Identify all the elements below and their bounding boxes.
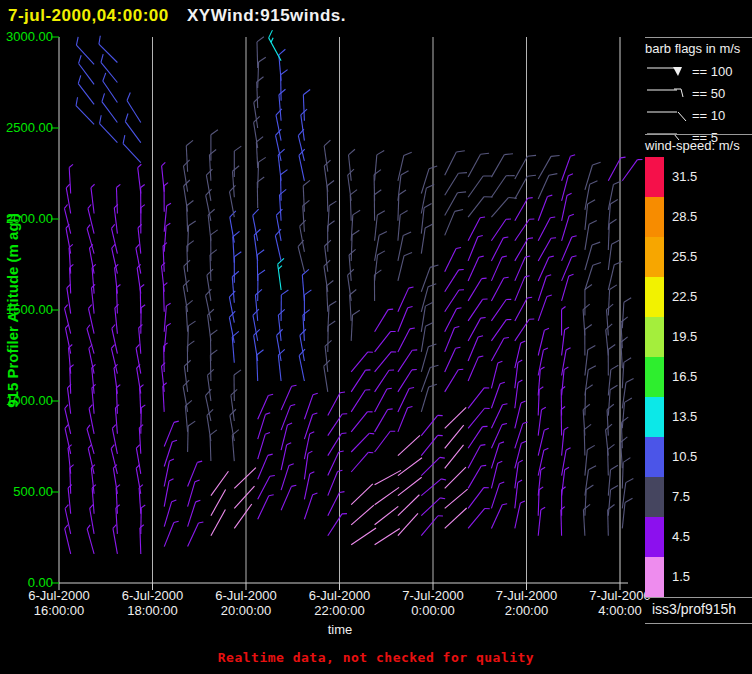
wind-barb [398, 477, 422, 495]
wind-barb [421, 363, 438, 395]
wind-barb [375, 210, 385, 242]
wind-barb [98, 54, 123, 82]
station-separator-top [645, 597, 752, 598]
wind-barb [164, 323, 171, 352]
wind-barb [124, 93, 146, 123]
y-tick-label: 2000.00 [0, 212, 53, 226]
wind-barb [87, 204, 98, 233]
wind-barb [583, 504, 592, 535]
wind-barb [276, 329, 288, 361]
colorbar-label: 28.5 [672, 197, 732, 237]
wind-barb [187, 341, 194, 372]
barb-legend-row: == 100 [645, 60, 752, 82]
wind-barb [258, 493, 274, 521]
wind-barb [234, 370, 241, 401]
wind-barb [622, 457, 630, 488]
wind-barb [445, 188, 466, 218]
wind-barb [607, 444, 615, 475]
colorbar-label: 13.5 [672, 397, 732, 437]
wind-barb [421, 413, 442, 438]
wind-barb [349, 249, 359, 280]
barb-legend-title: barb flags in m/s [645, 41, 752, 56]
wind-barb [606, 304, 615, 335]
wind-barb [398, 231, 411, 263]
wind-barb [120, 135, 146, 162]
wind-barb [421, 321, 433, 353]
wind-barb [92, 485, 98, 514]
wind-barb [280, 170, 288, 201]
wind-barb [164, 520, 178, 548]
wind-barb [64, 505, 74, 534]
colorbar-segment [645, 317, 664, 357]
wind-barb [276, 209, 288, 241]
wind-barb [562, 427, 569, 456]
wind-barb [445, 148, 465, 179]
wind-barb [398, 367, 417, 394]
wind-barb [515, 380, 523, 409]
y-tick-label: 3000.00 [0, 30, 53, 44]
wind-barb [230, 389, 241, 421]
wind-barb [206, 269, 218, 301]
colorbar-label: 16.5 [672, 357, 732, 397]
wind-barb [114, 364, 122, 393]
wind-barb [398, 386, 414, 414]
wind-barb [585, 324, 592, 355]
wind-barb [122, 114, 146, 143]
wind-barb [398, 326, 415, 354]
wind-barb [328, 490, 345, 518]
wind-barb [398, 251, 412, 283]
wind-barb [468, 234, 483, 262]
wind-barb [515, 340, 526, 369]
wind-barb [116, 184, 121, 213]
wind-barb [188, 221, 196, 252]
wind-barb [89, 244, 98, 273]
wind-barb [73, 97, 100, 124]
wind-barb [328, 321, 335, 352]
wind-barb [562, 447, 571, 476]
wind-barb [324, 160, 335, 192]
wind-barb [585, 160, 601, 192]
wind-barb [92, 384, 98, 413]
wind-barb [64, 204, 75, 233]
barb-legend-row: == 50 [645, 82, 752, 104]
wind-barb [210, 430, 218, 461]
wind-barb [328, 449, 344, 477]
y-tick-label: 1500.00 [0, 303, 53, 317]
wind-barb [538, 236, 556, 263]
wind-barb [608, 485, 618, 516]
wind-barb [323, 140, 334, 172]
wind-barb [608, 155, 625, 182]
wind-barb [421, 513, 443, 538]
wind-barb [141, 205, 145, 234]
wind-barb [585, 219, 597, 251]
wind-barb [351, 484, 373, 505]
wind-barb [583, 304, 592, 335]
wind-barb [375, 350, 397, 375]
wind-barb [138, 324, 144, 353]
wind-barb [421, 223, 433, 255]
wind-barb [347, 269, 358, 301]
wind-barb [188, 421, 196, 452]
wind-barb [232, 166, 241, 197]
wind-barb [99, 93, 123, 122]
wind-barb [323, 360, 335, 392]
colorbar-label: 4.5 [672, 517, 732, 557]
wind-barb [608, 344, 615, 375]
wind-barb [622, 157, 642, 183]
wind-barb [258, 270, 265, 301]
wind-barb [421, 342, 436, 374]
wind-barb [562, 153, 576, 182]
wind-barb [298, 349, 311, 381]
wind-barb [421, 164, 437, 196]
wind-barb [188, 321, 196, 352]
wind-barb [210, 330, 218, 361]
colorbar-label: 7.5 [672, 477, 732, 517]
wind-barb [515, 295, 532, 322]
wind-barb [468, 406, 490, 431]
wind-barb [141, 184, 145, 213]
wind-barb [351, 450, 373, 474]
wind-barb [375, 407, 393, 434]
wind-barb [114, 264, 121, 293]
wind-barb [300, 109, 311, 141]
wind-barb [91, 184, 98, 213]
